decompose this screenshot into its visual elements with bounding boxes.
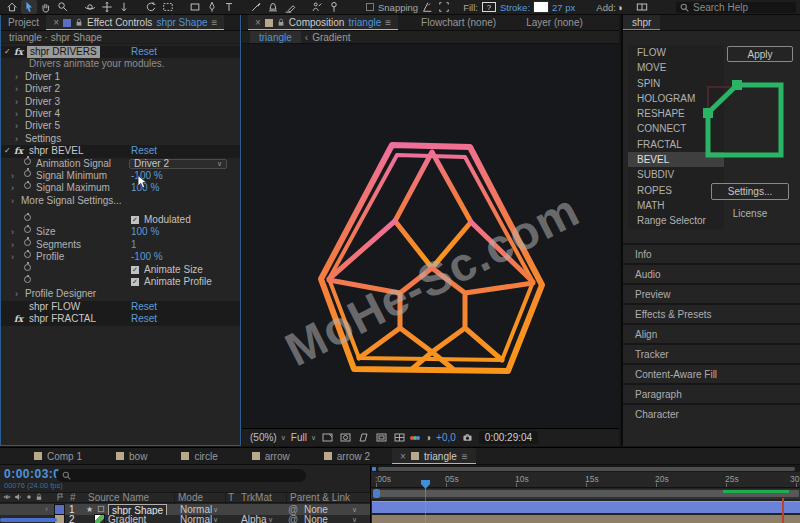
viewer-tab-gradient[interactable]: Gradient (312, 32, 350, 43)
dolly-tool-icon[interactable] (116, 0, 132, 14)
group-driver-1[interactable]: ›Driver 1 (1, 71, 240, 83)
snapshot-camera-icon[interactable] (461, 432, 474, 443)
stroke-swatch[interactable] (534, 2, 548, 12)
timeline-h-scrollbar[interactable] (371, 465, 800, 472)
effect-header-fractal[interactable]: fx shpr FRACTAL Reset (1, 313, 240, 325)
fill-swatch[interactable]: ? (482, 2, 496, 12)
stopwatch-icon[interactable] (24, 170, 31, 177)
effect-header-bevel[interactable]: ✓ fx shpr BEVEL Reset (1, 145, 240, 157)
panel-tab-character[interactable]: Character (623, 403, 800, 423)
viewer-tab-triangle[interactable]: triangle (250, 31, 301, 43)
twirl-icon[interactable]: › (11, 226, 14, 238)
blend-mode-dropdown[interactable]: Normal (180, 515, 212, 523)
region-of-interest-icon[interactable] (357, 432, 370, 443)
animate-profile-checkbox[interactable]: ✓ (131, 278, 139, 286)
module-range-selector[interactable]: Range Selector (628, 213, 724, 228)
module-move[interactable]: MOVE (628, 60, 724, 75)
license-link[interactable]: License (711, 208, 789, 219)
work-area-start-handle[interactable] (373, 489, 380, 498)
exposure-icon[interactable]: ◑ (425, 432, 431, 443)
panel-tab-effects-presets[interactable]: Effects & Presets (623, 303, 800, 323)
snap-points-icon[interactable] (436, 0, 452, 14)
effect-enabled-check-icon[interactable]: ✓ (4, 46, 11, 58)
apply-button[interactable]: Apply (727, 46, 793, 62)
hand-tool-icon[interactable] (38, 0, 54, 14)
timeline-search-field[interactable] (56, 469, 306, 482)
shape-tool-icon[interactable] (187, 0, 203, 14)
column-t[interactable]: T (228, 493, 234, 503)
layer-name[interactable]: Gradient (108, 515, 146, 523)
stopwatch-icon[interactable] (24, 251, 31, 258)
pickwhip-icon[interactable]: @ (288, 515, 298, 523)
trkmat-dropdown[interactable]: Alpha (241, 515, 267, 523)
lock-icon[interactable] (75, 18, 83, 27)
effect-enabled-check-icon[interactable]: ✓ (4, 145, 11, 157)
layer-panel-h-scrollbar[interactable] (0, 518, 57, 522)
clone-stamp-tool-icon[interactable] (265, 0, 281, 14)
stopwatch-icon[interactable] (24, 182, 31, 189)
time-ruler[interactable]: :00s 05s 10s 15s 20s 25s 30: (371, 472, 800, 488)
snapping-checkbox[interactable] (366, 3, 374, 11)
panel-tab-align[interactable]: Align (623, 323, 800, 343)
panel-tab-info[interactable]: Info (623, 243, 800, 263)
panel-tab-audio[interactable]: Audio (623, 263, 800, 283)
layer-2-duration-bar[interactable] (372, 515, 800, 523)
tab-project[interactable]: Project (1, 15, 46, 30)
group-driver-2[interactable]: ›Driver 2 (1, 83, 240, 95)
add-half-circle-icon[interactable]: ◑ (617, 2, 623, 13)
panel-tab-preview[interactable]: Preview (623, 283, 800, 303)
panel-tab-tracker[interactable]: Tracker (623, 343, 800, 363)
animate-size-checkbox[interactable]: ✓ (131, 266, 139, 274)
effect-name[interactable]: shpr FRACTAL (29, 313, 96, 325)
work-area-bar[interactable] (371, 489, 800, 499)
module-flow[interactable]: FLOW (628, 45, 724, 60)
reset-link[interactable]: Reset (131, 301, 157, 313)
mask-visibility-icon[interactable] (339, 432, 352, 443)
stopwatch-icon[interactable] (24, 226, 31, 233)
orbit-tool-icon[interactable] (82, 0, 98, 14)
animation-signal-dropdown[interactable]: Driver 2∨ (129, 159, 227, 170)
twirl-icon[interactable]: › (11, 251, 14, 263)
profile-value[interactable]: -100 % (131, 251, 163, 263)
tab-effect-controls[interactable]: × Effect Controls shpr Shape ≡ (46, 15, 224, 30)
column-source-name[interactable]: Source Name (88, 493, 149, 503)
stopwatch-icon[interactable] (24, 214, 31, 221)
stopwatch-icon[interactable] (24, 239, 31, 246)
workspace-icon[interactable] (634, 0, 650, 14)
pan-camera-tool-icon[interactable] (99, 0, 115, 14)
snap-angle-icon[interactable] (419, 0, 435, 14)
close-icon[interactable]: × (255, 17, 261, 28)
home-icon[interactable] (4, 0, 20, 14)
module-subdiv[interactable]: SUBDIV (628, 167, 724, 182)
group-more-signal-settings[interactable]: ›More Signal Settings... (1, 195, 240, 207)
size-value[interactable]: 100 % (131, 226, 159, 238)
shpr-panel-title[interactable]: shpr (623, 15, 660, 30)
group-settings[interactable]: ›Settings (1, 133, 240, 145)
type-tool-icon[interactable] (221, 0, 237, 14)
comp-tab-triangle[interactable]: ×triangle≡ (392, 448, 476, 464)
resolution-dropdown[interactable]: Full∨ (291, 432, 316, 443)
reset-link[interactable]: Reset (131, 46, 157, 58)
group-profile-designer[interactable]: ›Profile Designer (1, 288, 240, 300)
shy-star-icon[interactable]: ★ (86, 504, 93, 515)
panel-tab-paragraph[interactable]: Paragraph (623, 383, 800, 403)
tab-flowchart[interactable]: Flowchart (none) (414, 15, 503, 30)
comp-tab-bow[interactable]: bow (108, 448, 155, 464)
comp-tab-arrow[interactable]: arrow (244, 448, 298, 464)
close-icon[interactable]: × (53, 17, 59, 28)
channel-icon[interactable] (411, 436, 420, 440)
search-help-field[interactable]: Search Help (676, 2, 796, 13)
panel-menu-icon[interactable]: ≡ (385, 17, 391, 28)
stopwatch-icon[interactable] (24, 158, 31, 165)
segments-value[interactable]: 1 (131, 239, 137, 251)
comp-tab-circle[interactable]: circle (173, 448, 225, 464)
brush-tool-icon[interactable] (248, 0, 264, 14)
comp-tab-comp-1[interactable]: Comp 1 (26, 448, 90, 464)
modulated-checkbox[interactable]: ✓ (131, 216, 139, 224)
panel-tab-content-aware-fill[interactable]: Content-Aware Fill (623, 363, 800, 383)
rotate-tool-icon[interactable] (143, 0, 159, 14)
stopwatch-icon[interactable] (24, 276, 31, 283)
roto-brush-tool-icon[interactable] (309, 0, 325, 14)
choose-grid-icon[interactable] (321, 432, 334, 443)
group-driver-5[interactable]: ›Driver 5 (1, 120, 240, 132)
